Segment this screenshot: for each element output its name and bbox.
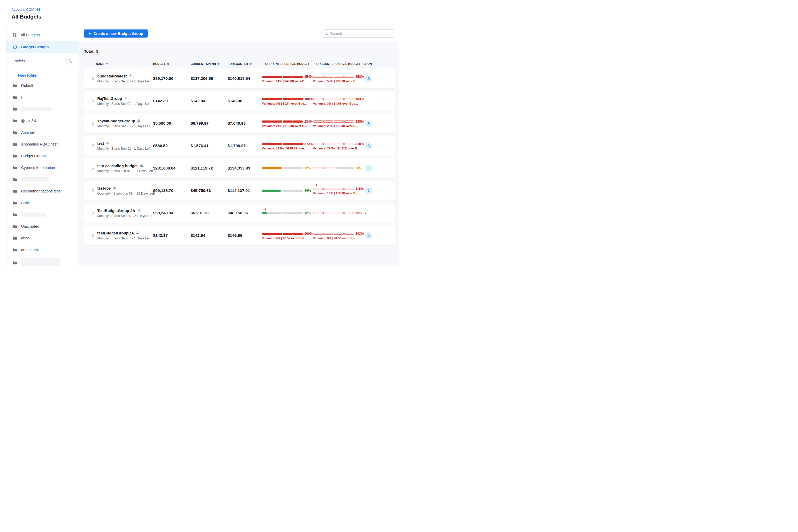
page-header: Account: CCM-NG All Budgets — [0, 0, 399, 25]
budget-value: $99,136.70 — [153, 188, 191, 193]
progress-bar — [262, 120, 303, 122]
progress-bar-line: 128% — [313, 119, 362, 124]
folder-item[interactable] — [6, 103, 78, 115]
table-header-row: NAMEBUDGETCURRENT SPENDFORECASTEDCURRENT… — [84, 62, 395, 65]
column-header-budget[interactable]: BUDGET — [153, 62, 191, 65]
expand-chevron-icon[interactable] — [91, 144, 95, 148]
total-count: Total:8 — [84, 49, 395, 54]
progress-bar-line: 58% — [313, 166, 362, 170]
current-spend-value: $1,576.41 — [191, 144, 228, 148]
sidebar: All Budgets Budget Groups Folders — [6, 25, 78, 266]
folder-item[interactable]: anmol-test — [6, 244, 78, 255]
budget-group-row[interactable]: shyam-budget-group Monthly | Starts Sep … — [84, 113, 395, 133]
kebab-menu-button[interactable] — [383, 187, 386, 194]
forecasted-value: $146.96 — [228, 233, 262, 238]
expand-chevron-icon[interactable] — [91, 234, 95, 237]
search-input[interactable] — [330, 32, 393, 36]
percent-label: 103% — [356, 232, 364, 235]
column-header-name[interactable]: NAME — [84, 62, 153, 65]
folder-label: abcd — [21, 236, 29, 240]
kebab-menu-button[interactable] — [383, 142, 386, 149]
kebab-menu-button[interactable] — [383, 165, 386, 172]
folder-item[interactable]: Unscripted — [6, 220, 78, 232]
percent-label: 154% — [304, 75, 313, 78]
forecast-vs-budget-cell: 115%Variance: 15% | $15.0K over Bu... — [313, 181, 362, 201]
folder-search-button[interactable] — [66, 57, 74, 65]
hierarchy-icon — [129, 74, 132, 78]
variance-label: Variance: 0% | $0.64 over Bud... — [262, 102, 313, 105]
expand-chevron-icon[interactable] — [91, 211, 95, 215]
sort-icon — [250, 62, 252, 65]
folder-item[interactable]: Abhinav — [6, 127, 78, 138]
account-breadcrumb-link[interactable]: Account: CCM-NG — [12, 7, 41, 12]
folder-label: Unscripted — [21, 224, 39, 228]
forecast-vs-budget-cell: 103%Variance: 3% | $4.68 over Bud... — [313, 91, 362, 111]
folder-item[interactable]: ! — [6, 91, 78, 103]
variance-label: Variance: 58% | $51.6K over B... — [313, 79, 362, 83]
folder-item[interactable]: Anomalies RBAC test — [6, 138, 78, 150]
page-title: All Budgets — [12, 14, 399, 20]
folder-item[interactable] — [6, 255, 78, 266]
folder-item[interactable]: @ . > && — [6, 115, 78, 127]
expand-chevron-icon[interactable] — [91, 189, 95, 192]
folder-item[interactable]: Cypress Automation — [6, 162, 78, 173]
group-name-block: shyam-budget-group Monthly | Starts Sep … — [97, 119, 150, 128]
budget-group-row[interactable]: test-cascading-budget Monthly | Starts J… — [84, 158, 395, 178]
folder-icon — [13, 95, 17, 99]
create-budget-group-button[interactable]: + Create a new Budget Group — [84, 30, 148, 38]
kebab-menu-button[interactable] — [383, 120, 386, 127]
budget-group-row[interactable]: RajTestGroup Monthly | Starts Sep 01 - 1… — [84, 91, 395, 111]
forecast-vs-budget-cell: 158%Variance: 58% | $51.6K over B... — [313, 69, 362, 89]
expand-chevron-icon[interactable] — [91, 121, 95, 125]
progress-bar — [262, 190, 303, 192]
folder-item[interactable]: Recommendations test — [6, 185, 78, 197]
forecasted-value: $7,040.98 — [228, 121, 262, 126]
group-name: test-joe — [97, 186, 111, 190]
expand-chevron-icon[interactable] — [91, 99, 95, 103]
current-vs-budget-cell: 100%Variance: 0% | $0.57 over Bud... — [262, 226, 313, 245]
current-vs-budget-cell: 46% — [262, 181, 313, 201]
progress-bar-line: 96% — [313, 211, 362, 215]
search-box — [322, 30, 395, 38]
hierarchy-icon — [124, 97, 128, 100]
column-header-forecasted[interactable]: FORECASTED — [228, 62, 262, 65]
folder-item[interactable]: Sahil — [6, 197, 78, 209]
kebab-menu-button[interactable] — [383, 232, 386, 239]
kebab-menu-button[interactable] — [383, 75, 386, 82]
search-icon — [324, 32, 328, 36]
expand-chevron-icon[interactable] — [91, 77, 95, 80]
redacted-folder-label — [21, 107, 52, 111]
budget-group-row[interactable]: budgetsuryatest Monthly | Starts Sep 01 … — [84, 69, 395, 89]
folder-icon — [13, 189, 17, 193]
folder-icon — [13, 142, 17, 146]
budget-group-row[interactable]: TestBudgetGroup-JA Monthly | Starts Sep … — [84, 203, 395, 223]
sidebar-item-all-budgets[interactable]: All Budgets — [6, 29, 78, 41]
column-header-current[interactable]: CURRENT SPEND — [191, 62, 228, 65]
group-name-block: test Monthly | Starts Sep 01 - 1 Days Le… — [97, 141, 150, 150]
expand-chevron-icon[interactable] — [91, 166, 95, 170]
folder-item[interactable]: abcd — [6, 232, 78, 244]
column-header-cs_vs_b: CURRENT SPEND V/S BUDGET — [262, 62, 313, 65]
plus-icon: + — [13, 73, 15, 77]
folder-item[interactable] — [6, 173, 78, 185]
folder-item[interactable] — [6, 209, 78, 220]
budget-value: $89,170.50 — [153, 76, 191, 81]
kebab-menu-button[interactable] — [383, 97, 386, 104]
variance-label: Variance: 28% | $1.54K over B... — [313, 125, 362, 128]
by-on-cell: - — [362, 99, 377, 103]
search-icon — [68, 59, 72, 63]
kebab-menu-button[interactable] — [383, 210, 386, 216]
budget-group-row[interactable]: test Monthly | Starts Sep 01 - 1 Days Le… — [84, 136, 395, 156]
budget-group-row[interactable]: testBudgetGroupQA Monthly | Starts Sep 0… — [84, 226, 395, 245]
sidebar-item-budget-groups[interactable]: Budget Groups — [6, 41, 78, 53]
variance-label: Variance: 172% | $995.89 over... — [262, 147, 313, 150]
folder-item[interactable]: Budget Groups — [6, 150, 78, 162]
forecasted-value: $146.98 — [228, 99, 262, 103]
current-spend-value: $121,119.72 — [191, 166, 228, 171]
progress-bar — [313, 120, 354, 122]
budget-group-row[interactable]: test-joe Quarterly | Starts Jun 01 - -29… — [84, 181, 395, 201]
folder-item[interactable]: Default — [6, 79, 78, 91]
progress-bar-line: 46% — [262, 189, 313, 193]
owner-dash: - — [365, 211, 366, 215]
new-folder-button[interactable]: + New folder — [6, 68, 78, 79]
